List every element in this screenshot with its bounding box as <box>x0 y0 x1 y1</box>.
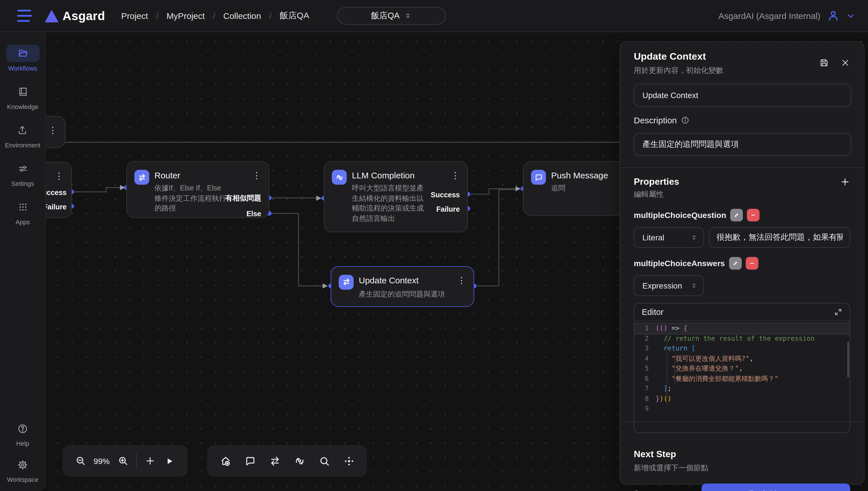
breadcrumb-myproject[interactable]: MyProject <box>166 11 205 21</box>
code-line[interactable]: 8})() <box>634 394 850 404</box>
sidebar-item-knowledge[interactable]: Knowledge <box>6 83 39 110</box>
node-partial-top[interactable]: ⋮ <box>46 116 65 148</box>
save-icon[interactable] <box>819 58 829 68</box>
line-number: 8 <box>634 394 656 404</box>
line-number: 7 <box>634 384 656 394</box>
node-description-input[interactable] <box>634 133 851 156</box>
swap-arrows-icon <box>134 170 149 185</box>
swap-arrows-icon[interactable] <box>265 451 284 471</box>
node-menu-icon[interactable]: ⋮ <box>54 170 64 182</box>
node-title: LLM Completion <box>352 170 414 180</box>
editor-scrollbar[interactable] <box>847 342 849 377</box>
folder-open-icon <box>6 45 39 62</box>
node-partial-left[interactable]: ⋮ Success Failure <box>46 162 72 218</box>
property-type-select[interactable]: Expression <box>634 275 704 296</box>
node-menu-icon[interactable]: ⋮ <box>450 170 460 181</box>
node-router[interactable]: Router ⋮ 依據If、Else If、Else條件決定工作流程執行的路徑 … <box>126 161 269 218</box>
code-line[interactable]: 4 "我可以更改個人資料嗎?", <box>634 354 850 364</box>
add-node-button[interactable] <box>140 451 160 471</box>
edge-success-to-router <box>72 187 120 192</box>
breadcrumb-separator: / <box>269 11 272 21</box>
line-number: 6 <box>634 374 656 384</box>
llm-icon[interactable] <box>290 451 309 471</box>
node-menu-icon[interactable]: ⋮ <box>456 275 467 286</box>
code-line[interactable]: 5 "兌換券在哪邊兌換？", <box>634 364 850 374</box>
output-label: Else <box>247 210 261 218</box>
code-line[interactable]: 1(() => { <box>634 323 850 334</box>
node-update-context[interactable]: Update Context ⋮ 產生固定的追問問題與選項 <box>331 266 474 307</box>
code-line[interactable]: 9 <box>634 404 850 414</box>
sidebar-item-environment[interactable]: Environment <box>5 122 40 149</box>
remove-property-button[interactable] <box>745 257 758 269</box>
property-name: multipleChoiceAnswers <box>634 259 725 268</box>
code-area[interactable]: 1(() => {2 // return the result of the e… <box>634 321 850 433</box>
sidebar: Workflows Knowledge Environment <box>0 32 46 491</box>
expand-icon[interactable] <box>834 308 842 316</box>
menu-icon[interactable] <box>17 9 32 22</box>
sidebar-item-workspace[interactable]: Workspace <box>6 456 39 483</box>
description-label: Description <box>634 115 850 125</box>
user-icon[interactable] <box>827 10 839 22</box>
close-icon[interactable] <box>840 58 850 68</box>
line-number: 2 <box>634 334 656 344</box>
remove-property-button[interactable] <box>747 209 759 222</box>
sliders-icon <box>6 160 39 177</box>
chat-bubble-icon[interactable] <box>240 451 260 471</box>
zoom-out-button[interactable] <box>71 451 90 471</box>
output-label: Failure <box>436 205 460 213</box>
code-line[interactable]: 6 "餐廳的消費全部都能累積點數嗎？" <box>634 374 850 384</box>
sidebar-item-workflows[interactable]: Workflows <box>6 45 39 72</box>
next-step-node-button[interactable]: Push Message <box>702 484 850 491</box>
node-llm-completion[interactable]: LLM Completion ⋮ 呼叫大型語言模型並產生結構化的資料輸出以輔助流… <box>324 161 468 232</box>
edit-property-button[interactable] <box>730 209 743 222</box>
code-line[interactable]: 2 // return the result of the expression <box>634 334 850 344</box>
line-number: 9 <box>634 404 656 414</box>
breadcrumb-current[interactable]: 飯店QA <box>279 10 309 21</box>
arrowhead-icon <box>120 185 125 190</box>
property-type-value: Expression <box>642 281 682 290</box>
edge-llm-to-push <box>468 189 516 194</box>
sidebar-item-settings[interactable]: Settings <box>6 160 39 187</box>
sidebar-item-help[interactable]: Help <box>6 420 39 447</box>
node-name-input[interactable] <box>634 84 851 107</box>
app-logo[interactable]: Asgard <box>45 9 105 23</box>
arrowhead-icon <box>316 196 322 201</box>
book-icon <box>6 83 39 100</box>
home-add-icon[interactable] <box>216 451 235 471</box>
breadcrumb-project[interactable]: Project <box>121 11 148 21</box>
node-menu-icon[interactable]: ⋮ <box>251 170 262 181</box>
chevron-updown-icon <box>404 12 412 20</box>
top-bar: Asgard Project / MyProject / Collection … <box>0 0 868 32</box>
sidebar-item-apps[interactable]: Apps <box>6 199 39 225</box>
code-line[interactable]: 3 return [ <box>634 344 850 354</box>
property-value-input[interactable] <box>709 227 850 248</box>
gear-icon <box>6 456 39 473</box>
node-menu-icon[interactable]: ⋮ <box>48 124 58 136</box>
workflow-select-value: 飯店QA <box>371 10 400 21</box>
edit-property-button[interactable] <box>729 257 741 269</box>
output-label-success: Success <box>46 189 66 197</box>
breadcrumb-collection[interactable]: Collection <box>223 11 261 21</box>
next-step-output-label: Success <box>634 489 667 491</box>
upload-icon <box>6 122 39 139</box>
info-icon[interactable] <box>681 116 689 124</box>
property-name: multipleChoiceQuestion <box>634 210 726 220</box>
code-line[interactable]: 7 ]; <box>634 384 850 394</box>
move-pad-icon[interactable] <box>339 451 358 471</box>
zoom-in-button[interactable] <box>113 451 133 471</box>
output-label-failure: Failure <box>46 203 66 211</box>
zoom-level: 99% <box>90 456 113 465</box>
run-workflow-button[interactable] <box>160 451 179 471</box>
output-label: Success <box>431 191 460 199</box>
workflow-select[interactable]: 飯店QA <box>337 7 446 25</box>
search-icon[interactable] <box>314 451 334 471</box>
add-property-icon[interactable] <box>840 177 850 187</box>
chevron-down-icon[interactable] <box>846 11 856 20</box>
sidebar-footer: Help Workspace <box>6 411 39 483</box>
property-type-select[interactable]: Literal <box>634 227 704 248</box>
breadcrumb: Project / MyProject / Collection / 飯店QA <box>121 10 309 21</box>
expression-editor[interactable]: Editor 1(() => {2 // return the result o… <box>634 303 850 433</box>
node-description: 依據If、Else If、Else條件決定工作流程執行的路徑 <box>155 183 227 214</box>
sidebar-item-label: Settings <box>11 180 34 187</box>
node-description: 呼叫大型語言模型並產生結構化的資料輸出以輔助流程的決策或生成自然語言輸出 <box>352 183 427 224</box>
